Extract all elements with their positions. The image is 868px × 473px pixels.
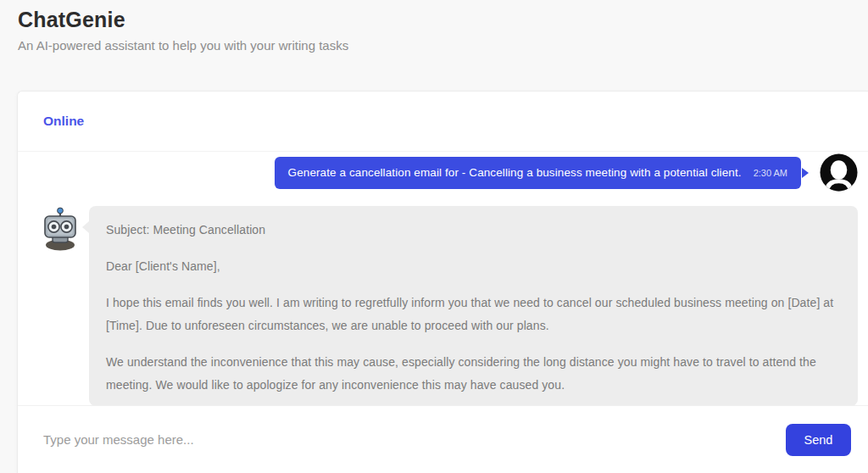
- user-message-text: Generate a cancellation email for - Canc…: [288, 166, 742, 179]
- user-message-row: Generate a cancellation email for - Canc…: [42, 153, 858, 192]
- message-input[interactable]: [42, 431, 774, 448]
- chat-card: Online Generate a cancellation email for…: [17, 91, 868, 473]
- bot-message-row: Subject: Meeting Cancellation Dear [Clie…: [42, 206, 858, 405]
- composer-bar: Send: [18, 405, 868, 473]
- send-button[interactable]: Send: [786, 424, 851, 456]
- page-title: ChatGenie: [18, 8, 868, 32]
- bubble-tail-icon: [802, 168, 809, 178]
- bot-message-greeting: Dear [Client's Name],: [106, 255, 841, 278]
- chat-header: Online: [18, 92, 868, 152]
- person-circle-icon: [820, 153, 858, 192]
- bot-message-paragraph: I hope this email finds you well. I am w…: [106, 292, 841, 337]
- user-message-bubble: Generate a cancellation email for - Canc…: [275, 157, 801, 189]
- page-header: ChatGenie An AI-powered assistant to hel…: [0, 0, 868, 53]
- bot-message-subject: Subject: Meeting Cancellation: [106, 219, 841, 242]
- page-subtitle: An AI-powered assistant to help you with…: [18, 38, 868, 53]
- robot-icon: [38, 206, 82, 253]
- bubble-tail-icon: [82, 221, 89, 233]
- bot-message-bubble: Subject: Meeting Cancellation Dear [Clie…: [89, 206, 858, 405]
- bot-message-paragraph: We understand the inconvenience that thi…: [106, 351, 841, 397]
- online-status: Online: [43, 114, 84, 129]
- message-timestamp: 2:30 AM: [754, 168, 787, 178]
- chat-messages: Generate a cancellation email for - Canc…: [18, 152, 868, 405]
